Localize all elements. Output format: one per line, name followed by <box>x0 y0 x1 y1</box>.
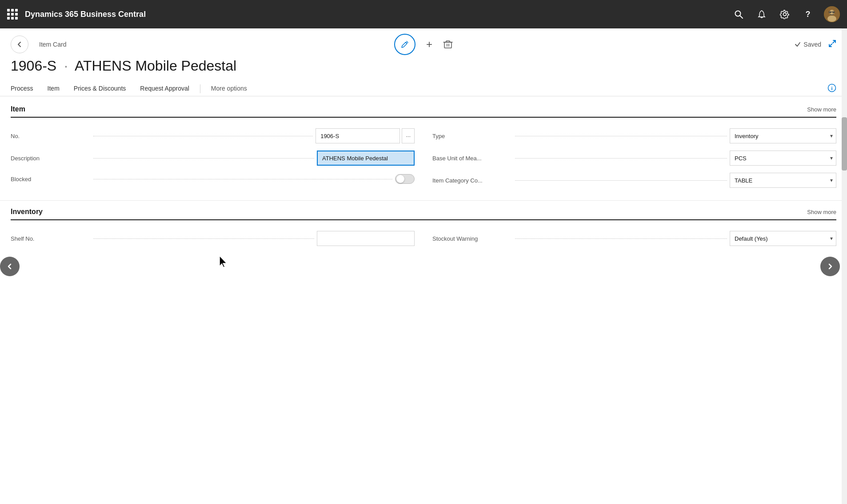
svg-rect-11 <box>444 42 451 48</box>
bell-icon[interactable] <box>755 7 769 21</box>
stockout-warning-select[interactable]: Default (Yes) Yes No <box>730 231 836 246</box>
menu-item[interactable]: Item <box>40 81 67 96</box>
field-type: Type Inventory Service Non-Inventory ▾ <box>432 125 836 147</box>
field-type-control: Inventory Service Non-Inventory ▾ <box>730 128 836 143</box>
field-blocked-label: Blocked <box>11 176 91 183</box>
dots-no <box>93 136 313 136</box>
dots-item-category <box>515 180 727 181</box>
no-ellipsis-button[interactable]: ··· <box>402 128 415 143</box>
back-button[interactable] <box>11 36 28 53</box>
field-description-label: Description <box>11 155 91 162</box>
field-stockout-warning-label: Stockout Warning <box>432 235 512 242</box>
field-base-uom-label: Base Unit of Mea... <box>432 155 512 162</box>
menu-bar: Process Item Prices & Discounts Request … <box>0 74 847 96</box>
menu-separator <box>200 84 200 93</box>
svg-point-2 <box>783 13 787 16</box>
type-select[interactable]: Inventory Service Non-Inventory <box>730 128 836 143</box>
inventory-form-grid: Shelf No. Stockout Warning Default (Yes)… <box>11 227 836 250</box>
field-stockout-warning-control: Default (Yes) Yes No ▾ <box>730 231 836 246</box>
menu-more-options[interactable]: More options <box>204 81 254 96</box>
field-item-category-control: TABLE CHAIR CABINET ▾ <box>730 173 836 188</box>
field-description: Description <box>11 147 415 169</box>
svg-line-1 <box>740 16 743 19</box>
content-area: Item Card + <box>0 28 847 504</box>
description-input[interactable] <box>317 151 415 166</box>
field-blocked: Blocked <box>11 169 415 189</box>
field-shelf-no-label: Shelf No. <box>11 235 91 242</box>
expand-button[interactable] <box>828 40 836 50</box>
avatar[interactable] <box>824 6 840 22</box>
delete-button[interactable] <box>443 40 453 49</box>
field-base-uom-control: PCS BOX KG ▾ <box>730 151 836 166</box>
page-title: 1906-S · ATHENS Mobile Pedestal <box>11 58 836 74</box>
dots-stockout-warning <box>515 238 727 239</box>
help-icon[interactable]: ? <box>801 7 815 21</box>
svg-point-5 <box>827 16 836 22</box>
field-item-category: Item Category Co... TABLE CHAIR CABINET … <box>432 169 836 191</box>
add-button[interactable]: + <box>426 38 432 51</box>
inventory-section-title: Inventory <box>11 208 43 216</box>
field-stockout-warning: Stockout Warning Default (Yes) Yes No ▾ <box>432 227 836 250</box>
dots-type <box>515 136 727 136</box>
title-separator: · <box>64 58 68 74</box>
dots-blocked <box>93 179 392 179</box>
page-title-area: 1906-S · ATHENS Mobile Pedestal <box>0 53 847 74</box>
app-title: Dynamics 365 Business Central <box>25 10 724 19</box>
inventory-section: Inventory Show more Shelf No. Stockout W… <box>0 200 847 257</box>
scrollbar-thumb[interactable] <box>842 117 847 171</box>
edit-button[interactable] <box>394 34 416 55</box>
cursor <box>218 255 230 272</box>
toolbar: Item Card + <box>0 28 847 53</box>
field-item-category-label: Item Category Co... <box>432 177 512 184</box>
item-section-header: Item Show more <box>11 105 836 118</box>
search-icon[interactable] <box>731 7 746 21</box>
field-description-control <box>317 151 415 166</box>
next-record-button[interactable] <box>820 257 840 276</box>
top-nav-icons: ? <box>731 6 840 22</box>
no-input[interactable] <box>316 128 400 143</box>
field-shelf-no: Shelf No. <box>11 227 415 250</box>
toggle-thumb <box>396 175 404 183</box>
svg-point-0 <box>735 11 741 16</box>
scrollbar[interactable] <box>842 28 847 504</box>
item-section: Item Show more No. ··· Description <box>0 96 847 200</box>
saved-status: Saved <box>795 41 821 48</box>
blocked-toggle[interactable] <box>395 174 415 184</box>
field-no-control: ··· <box>316 128 415 143</box>
menu-process[interactable]: Process <box>11 81 40 96</box>
field-no-label: No. <box>11 133 91 139</box>
menu-request-approval[interactable]: Request Approval <box>133 81 196 96</box>
item-show-more[interactable]: Show more <box>807 106 836 113</box>
dots-description <box>93 158 314 159</box>
app-grid-icon[interactable] <box>7 9 18 20</box>
dots-base-uom <box>515 158 727 159</box>
item-section-title: Item <box>11 105 25 113</box>
field-no: No. ··· <box>11 125 415 147</box>
item-category-select[interactable]: TABLE CHAIR CABINET <box>730 173 836 188</box>
inventory-show-more[interactable]: Show more <box>807 209 836 215</box>
dots-shelf-no <box>93 238 314 239</box>
prev-record-button[interactable] <box>0 257 20 276</box>
item-form-grid: No. ··· Description <box>11 125 836 191</box>
field-base-uom: Base Unit of Mea... PCS BOX KG ▾ <box>432 147 836 169</box>
svg-text:i: i <box>831 85 832 91</box>
toolbar-right: Saved <box>795 40 836 50</box>
breadcrumb: Item Card <box>39 41 66 48</box>
inventory-section-header: Inventory Show more <box>11 208 836 220</box>
field-type-label: Type <box>432 133 512 139</box>
info-button[interactable]: i <box>827 83 836 94</box>
settings-icon[interactable] <box>778 7 792 21</box>
top-navigation: Dynamics 365 Business Central ? <box>0 0 847 28</box>
base-uom-select[interactable]: PCS BOX KG <box>730 151 836 166</box>
menu-prices-discounts[interactable]: Prices & Discounts <box>67 81 133 96</box>
shelf-no-input[interactable] <box>317 231 415 246</box>
